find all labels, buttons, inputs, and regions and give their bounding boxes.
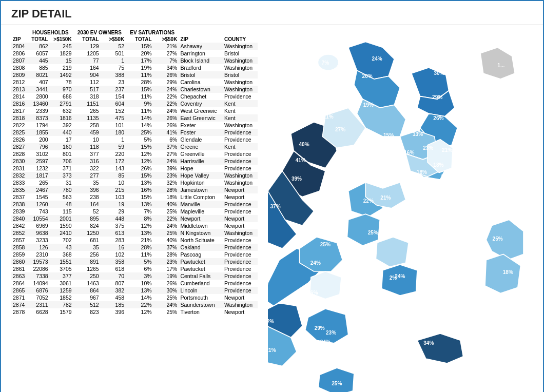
table-row: 2825185544045918025%41%FosterProvidence xyxy=(11,129,258,136)
map-label-25: 25% xyxy=(493,236,503,242)
map-label-6: 1... xyxy=(497,63,504,68)
col-sat-50k: >$50K xyxy=(153,36,179,43)
table-row: 2817233963226515211%24%West GreenwicKent xyxy=(11,107,258,114)
map-label-26c: 26% xyxy=(307,290,318,296)
table-row: 2813344197051723715%24%CharlestownWashin… xyxy=(11,86,258,93)
svg-marker-31 xyxy=(318,368,354,392)
map-label-24f: 24% xyxy=(465,281,475,287)
table-row: 28786628157982339612%25%TivertonNewport xyxy=(11,308,258,316)
table-row: 2812407781122328%29%CarolinaWashington xyxy=(11,79,258,86)
table-row: 2859231036825610211%28%PascoagProvidence xyxy=(11,251,258,258)
table-row: 2831123237132214326%39%HopeProvidence xyxy=(11,165,258,172)
svg-marker-18 xyxy=(305,309,348,343)
col-50k: >$50K xyxy=(101,36,126,43)
table-row: 28277961601185915%37%GreeneKent xyxy=(11,143,258,150)
map-label-22c: 22% xyxy=(366,132,376,138)
table-row: 28637338377250703%19%Central FallsProvid… xyxy=(11,272,258,280)
map-label-26b: 26% xyxy=(309,222,320,228)
table-row: 2835246778039621516%28%JamestownNewport xyxy=(11,186,258,193)
table-row: 28717052185296745814%25%PortsmouthNewpor… xyxy=(11,294,258,301)
map-label-32: 32% xyxy=(268,319,274,324)
table-row: 283974311552297%25%MaplevilleProvidence xyxy=(11,208,258,215)
map-label-24c: 24% xyxy=(372,56,382,62)
table-row: 28656876125986438213%30%LincolnProvidenc… xyxy=(11,287,258,294)
map-section: 40% 41% 39% 37% 24% 32% 21% 29% 24% 28% … xyxy=(263,25,543,392)
table-row: 2822179439225810114%26%ExeterWashington xyxy=(11,122,258,129)
table-row: 2857323370268128321%40%North ScituatePro… xyxy=(11,237,258,244)
map-label-29b: 29% xyxy=(432,94,442,100)
page: ZIP DETAIL ZIP HOUSEHOLDS 2030 EV OWNERS… xyxy=(0,0,544,392)
map-label-7: 7% xyxy=(322,60,329,66)
map-label-30: 30% xyxy=(434,70,444,76)
map-label-24: 24% xyxy=(310,260,321,266)
table-row: 28088852191647519%34%BradfordWashington xyxy=(11,64,258,71)
map-label-18c: 18% xyxy=(503,269,513,275)
col-zip-name: ZIP xyxy=(179,29,223,43)
table-section: ZIP HOUSEHOLDS 2030 EV OWNERS EV SATURAT… xyxy=(1,25,263,392)
table-row: 283218173732778515%23%Hope ValleyWashing… xyxy=(11,172,258,179)
col-group-ev-owners: 2030 EV OWNERS xyxy=(73,29,126,36)
map-label-21: 21% xyxy=(268,347,276,353)
table-row: 2837154556323810315%18%Little ComptonNew… xyxy=(11,193,258,201)
header: ZIP DETAIL xyxy=(1,1,543,25)
map-label-22d: 22% xyxy=(459,178,470,184)
table-row: 2830259770631617212%24%HarrisvilleProvid… xyxy=(11,158,258,165)
table-row: 2826200171015%6%GlendaleProvidence xyxy=(11,136,258,143)
svg-marker-30 xyxy=(382,265,417,296)
map-label-15: 15% xyxy=(383,132,394,138)
map-label-26: 26% xyxy=(433,115,443,121)
table-row: 28381260481641913%40%ManvilleProvidence xyxy=(11,201,258,208)
map-label-41: 41% xyxy=(296,158,306,163)
map-label-28b: 28% xyxy=(431,276,441,282)
ri-map: 40% 41% 39% 37% 24% 32% 21% 29% 24% 28% … xyxy=(268,30,538,392)
table-row: 2874231178251218522%24%SaunderstownWashi… xyxy=(11,301,258,308)
map-label-24d: 24% xyxy=(358,249,368,255)
col-zip: ZIP xyxy=(11,29,28,43)
map-label-13: 13% xyxy=(413,131,423,137)
col-150k: >$150K xyxy=(50,36,73,43)
map-label-20: 20% xyxy=(362,73,373,79)
table-row: 2814280068631815411%22%ChepachetProviden… xyxy=(11,93,258,100)
map-label-24e: 24% xyxy=(395,273,405,279)
map-label-19b: 19% xyxy=(441,174,451,180)
table-row: 285812643351628%37%OaklandProvidence xyxy=(11,244,258,251)
map-label-25b: 25% xyxy=(320,242,331,247)
col-group-households: HOUSEHOLDS xyxy=(28,29,73,36)
table-row: 285296382410125061313%25%N KingstownWash… xyxy=(11,229,258,237)
map-label-11: 11% xyxy=(323,114,333,120)
table-row: 286122086370512656186%17%PawtucketProvid… xyxy=(11,265,258,272)
col-group-ev-sat: EV SATURATIONS xyxy=(126,29,179,36)
map-label-23b: 23% xyxy=(326,330,336,336)
table-row: 28048622451295215%21%AshawayWashington xyxy=(11,43,258,50)
table-row: 280660571829120550120%27%BarringtonBrist… xyxy=(11,50,258,57)
page-title: ZIP DETAIL xyxy=(11,7,533,21)
table-row: 28401055420018954488%22%NewportNewport xyxy=(11,215,258,222)
map-label-18b: 18% xyxy=(433,162,443,168)
map-label-39: 39% xyxy=(292,176,302,182)
map-label-23: 23% xyxy=(423,145,433,151)
zip-table: ZIP HOUSEHOLDS 2030 EV OWNERS EV SATURAT… xyxy=(11,29,258,316)
table-row: 281883731816113547514%26%East GreenwicKe… xyxy=(11,114,258,122)
table-row: 2864140943061146380710%26%CumberlandProv… xyxy=(11,280,258,287)
map-label-25e: 25% xyxy=(383,340,394,346)
map-label-40: 40% xyxy=(299,142,309,147)
map-label-25d: 25% xyxy=(332,381,342,386)
map-label-37: 37% xyxy=(270,204,280,209)
table-row: 28426969159082437512%24%MiddletownNewpor… xyxy=(11,222,258,229)
col-ev-total: TOTAL xyxy=(73,36,101,43)
col-county: COUNTY xyxy=(223,29,258,43)
map-label-27: 27% xyxy=(335,127,345,132)
map-label-28: 28% xyxy=(310,69,321,75)
col-total-hh: TOTAL xyxy=(28,36,50,43)
content: ZIP HOUSEHOLDS 2030 EV OWNERS EV SATURAT… xyxy=(1,25,543,392)
table-row: 283326531351013%32%HopkintonWashington xyxy=(11,179,258,186)
table-row: 28601957315518913585%23%PawtucketProvide… xyxy=(11,258,258,265)
map-label-21b: 21% xyxy=(442,147,452,153)
col-sat-total: TOTAL xyxy=(126,36,153,43)
svg-marker-13 xyxy=(486,220,523,260)
map-label-16: 16% xyxy=(404,150,414,155)
map-label-27b: 27% xyxy=(458,207,468,212)
map-label-21c: 21% xyxy=(380,195,391,201)
map-label-25c: 25% xyxy=(368,230,378,236)
svg-marker-29 xyxy=(376,237,409,267)
